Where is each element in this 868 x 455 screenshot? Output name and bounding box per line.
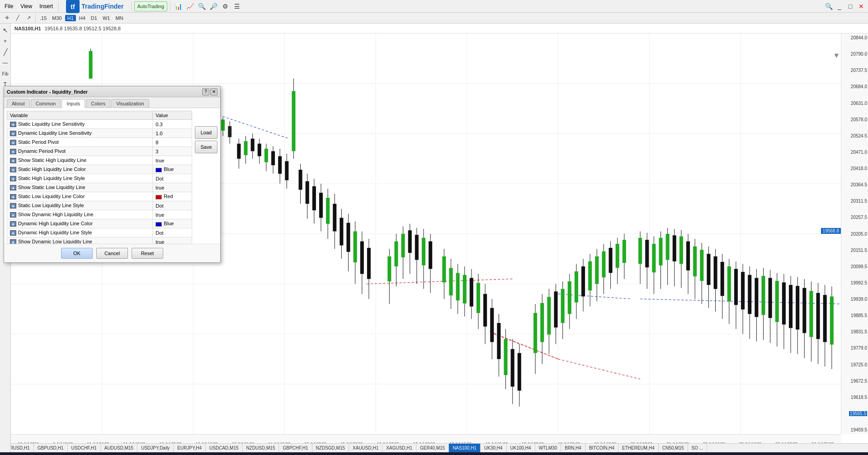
param-value: 0.3 — [153, 120, 192, 129]
param-value: true — [153, 237, 192, 244]
param-name: ◈Static High Liquidity Line Color — [7, 165, 153, 174]
close-btn[interactable]: ✕ — [856, 1, 866, 11]
dialog-footer: OK Cancel Reset — [4, 244, 220, 262]
chart-icon: ◈ — [10, 122, 16, 127]
table-row[interactable]: ◈Show Static Low Liquidity Linetrue — [7, 183, 192, 192]
table-row[interactable]: ◈Dynamic Liquidity Line Sensitivity1.0 — [7, 129, 192, 138]
tab-about[interactable]: About — [7, 99, 30, 108]
table-row[interactable]: ◈Static Low Liquidity Line StyleDot — [7, 201, 192, 210]
chart-icon: ◈ — [10, 131, 16, 136]
table-row[interactable]: ◈Show Dynamic Low Liquidity Linetrue — [7, 237, 192, 244]
col-variable: Variable — [7, 111, 153, 120]
crosshair-btn[interactable]: ✛ — [2, 13, 12, 23]
dialog-help-btn[interactable]: ? — [202, 88, 209, 95]
chart-icon: ◈ — [10, 212, 16, 218]
param-name: ◈Dynamic Period Pivot — [7, 147, 153, 156]
zoom-in-btn[interactable]: 🔍 — [197, 1, 207, 11]
load-button[interactable]: Load — [195, 126, 217, 139]
dialog-table-area: Variable Value ◈Static Liquidity Line Se… — [4, 108, 195, 244]
dialog-custom-indicator: Custom Indicator - liquidity_finder ? ✕ … — [4, 86, 221, 263]
chart-icon: ◈ — [10, 149, 16, 154]
sep-tf — [35, 14, 36, 23]
menu-file[interactable]: File — [2, 2, 16, 10]
params-table: Variable Value ◈Static Liquidity Line Se… — [7, 111, 192, 244]
param-name: ◈Dynamic High Liquidity Line Color — [7, 219, 153, 228]
color-swatch — [156, 222, 162, 227]
param-name: ◈Show Dynamic High Liquidity Line — [7, 210, 153, 219]
table-row[interactable]: ◈Static Low Liquidity Line ColorRed — [7, 192, 192, 201]
table-row[interactable]: ◈Dynamic High Liquidity Line StyleDot — [7, 228, 192, 237]
chart-icon: ◈ — [10, 167, 16, 172]
chart-icon: ◈ — [10, 221, 16, 227]
tab-common[interactable]: Common — [31, 99, 61, 108]
save-button[interactable]: Save — [195, 141, 217, 153]
ok-button[interactable]: OK — [61, 248, 93, 259]
color-swatch — [156, 195, 162, 199]
autotrading-label: AutoTrading — [137, 4, 165, 9]
param-value: Dot — [153, 228, 192, 237]
svg-text:tf: tf — [71, 3, 75, 10]
maximize-btn[interactable]: □ — [845, 1, 855, 11]
param-value[interactable]: Blue — [153, 219, 192, 228]
logo-icon: tf — [66, 0, 80, 13]
table-row[interactable]: ◈Dynamic Period Pivot3 — [7, 147, 192, 156]
param-value: true — [153, 183, 192, 192]
tab-colors[interactable]: Colors — [86, 99, 110, 108]
param-value: 8 — [153, 138, 192, 147]
chart-icon: ◈ — [10, 203, 16, 209]
param-value[interactable]: Blue — [153, 165, 192, 174]
color-swatch — [156, 168, 162, 172]
timeframe-.15[interactable]: .15 — [38, 15, 49, 21]
autotrading-button[interactable]: AutoTrading — [134, 1, 168, 11]
param-value[interactable]: Red — [153, 192, 192, 201]
reset-button[interactable]: Reset — [132, 248, 163, 259]
tab-inputs[interactable]: Inputs — [61, 99, 85, 108]
timeframe-H1[interactable]: H1 — [65, 15, 76, 21]
timeframe-D1[interactable]: D1 — [89, 15, 99, 21]
app-title: TradingFinder — [81, 3, 123, 10]
chart-icon: ◈ — [10, 140, 16, 145]
properties-btn[interactable]: ⚙ — [220, 1, 230, 11]
minimize-btn[interactable]: _ — [835, 1, 844, 11]
param-name: ◈Dynamic Liquidity Line Sensitivity — [7, 129, 153, 138]
table-row[interactable]: ◈Static Period Pivot8 — [7, 138, 192, 147]
separator-2 — [131, 2, 132, 11]
chart-icon: ◈ — [10, 239, 16, 244]
timeframe-list: .15M30H1H4D1W1MN — [38, 15, 126, 21]
zoom-out-btn[interactable]: 🔎 — [208, 1, 218, 11]
dialog-close-btn[interactable]: ✕ — [210, 88, 217, 95]
arrow-btn[interactable]: ↗ — [24, 13, 33, 23]
cancel-button[interactable]: Cancel — [96, 248, 128, 259]
table-row[interactable]: ◈Show Static High Liquidity Linetrue — [7, 156, 192, 165]
table-row[interactable]: ◈Dynamic High Liquidity Line ColorBlue — [7, 219, 192, 228]
chart-icon: ◈ — [10, 194, 16, 199]
param-name: ◈Dynamic High Liquidity Line Style — [7, 228, 153, 237]
param-value: 3 — [153, 147, 192, 156]
table-row[interactable]: ◈Show Dynamic High Liquidity Linetrue — [7, 210, 192, 219]
param-name: ◈Static High Liquidity Line Style — [7, 174, 153, 183]
timeframe-MN[interactable]: MN — [113, 15, 125, 21]
new-order-btn[interactable]: 📊 — [173, 1, 183, 11]
menu-view[interactable]: View — [18, 2, 35, 10]
param-name: ◈Static Period Pivot — [7, 138, 153, 147]
line-btn[interactable]: ╱ — [13, 13, 23, 23]
settings-btn[interactable]: ☰ — [232, 1, 242, 11]
param-value: true — [153, 210, 192, 219]
dialog-title: Custom Indicator - liquidity_finder — [7, 89, 201, 95]
param-value: Dot — [153, 201, 192, 210]
menu-bar: File View Insert tf TradingFinder AutoTr… — [0, 0, 868, 13]
history-btn[interactable]: 📈 — [185, 1, 195, 11]
param-name: ◈Static Low Liquidity Line Color — [7, 192, 153, 201]
menu-insert[interactable]: Insert — [37, 2, 56, 10]
search-btn[interactable]: 🔍 — [824, 1, 834, 11]
tab-visualization[interactable]: Visualization — [111, 99, 149, 108]
table-row[interactable]: ◈Static High Liquidity Line StyleDot — [7, 174, 192, 183]
table-row[interactable]: ◈Static Liquidity Line Sensitivity0.3 — [7, 120, 192, 129]
separator-1 — [58, 2, 59, 11]
timeframe-H4[interactable]: H4 — [77, 15, 88, 21]
table-row[interactable]: ◈Static High Liquidity Line ColorBlue — [7, 165, 192, 174]
timeframe-M30[interactable]: M30 — [50, 15, 64, 21]
param-name: ◈Static Liquidity Line Sensitivity — [7, 120, 153, 129]
timeframe-W1[interactable]: W1 — [100, 15, 113, 21]
param-value: Dot — [153, 174, 192, 183]
